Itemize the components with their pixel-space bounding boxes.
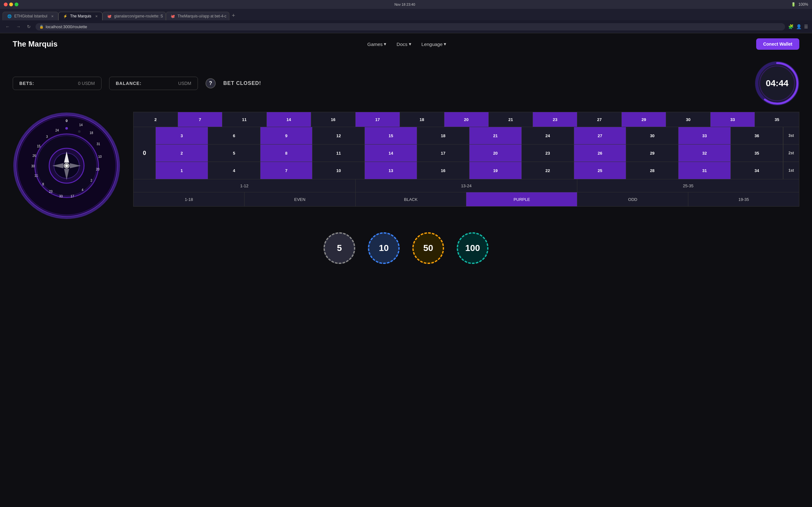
tab-marquis[interactable]: ⚡ The Marquis ✕ — [58, 12, 102, 20]
grid-cell-34[interactable]: 34 — [731, 162, 783, 179]
grid-cell-19[interactable]: 19 — [469, 162, 522, 179]
top-row-cell-14[interactable]: 14 — [267, 112, 311, 127]
grid-cell-15[interactable]: 15 — [365, 127, 417, 144]
top-row-cell-17[interactable]: 17 — [356, 112, 400, 127]
help-button[interactable]: ? — [206, 78, 216, 89]
forward-button[interactable]: → — [14, 23, 22, 30]
grid-cell-5[interactable]: 5 — [208, 145, 260, 162]
grid-cell-3[interactable]: 3 — [156, 127, 208, 144]
grid-cell-24[interactable]: 24 — [522, 127, 574, 144]
grid-cell-28[interactable]: 28 — [626, 162, 678, 179]
numbers-grid: 3691215182124273033363st 258111417202326… — [156, 127, 799, 179]
chip-100[interactable]: 100 — [457, 232, 489, 264]
balance-value: USDM — [178, 81, 191, 86]
top-row-cell-18[interactable]: 18 — [400, 112, 444, 127]
dozen-cell-2535[interactable]: 25-35 — [577, 179, 799, 192]
grid-cell-36[interactable]: 36 — [731, 127, 783, 144]
top-row-cell-16[interactable]: 16 — [311, 112, 356, 127]
grid-cell-10[interactable]: 10 — [312, 162, 365, 179]
zero-cell[interactable]: 0 — [134, 127, 156, 179]
close-traffic-light[interactable] — [4, 3, 8, 6]
grid-cell-25[interactable]: 25 — [574, 162, 626, 179]
row-label-2st: 2st — [783, 145, 799, 162]
grid-cell-16[interactable]: 16 — [417, 162, 469, 179]
outside-cell-118[interactable]: 1-18 — [134, 192, 245, 206]
maximize-traffic-light[interactable] — [14, 3, 18, 6]
top-row-cell-7[interactable]: 7 — [178, 112, 222, 127]
chip-10[interactable]: 10 — [368, 232, 400, 264]
grid-cell-31[interactable]: 31 — [678, 162, 731, 179]
top-row-cell-20[interactable]: 20 — [444, 112, 489, 127]
browser-actions: 🧩 👤 ☰ — [788, 24, 808, 29]
top-row-cell-30[interactable]: 30 — [666, 112, 711, 127]
grid-cell-18[interactable]: 18 — [417, 127, 469, 144]
tab-github2[interactable]: 🐙 TheMarquis-ui/app at bet-4-c ✕ — [166, 12, 229, 20]
grid-cell-33[interactable]: 33 — [678, 127, 731, 144]
outside-cell-purple[interactable]: PURPLE — [466, 192, 577, 206]
top-row-cell-23[interactable]: 23 — [533, 112, 577, 127]
outside-cell-black[interactable]: BLACK — [356, 192, 467, 206]
grid-cell-29[interactable]: 29 — [626, 145, 678, 162]
tab-ethglobal[interactable]: 🌐 ETHGlobal Istanbul ✕ — [3, 12, 58, 20]
tab-ethglobal-close[interactable]: ✕ — [51, 14, 54, 18]
minimize-traffic-light[interactable] — [9, 3, 13, 6]
navbar: The Marquis Games ▾ Docs ▾ Lenguage ▾ Co… — [0, 33, 812, 55]
grid-cell-26[interactable]: 26 — [574, 145, 626, 162]
grid-cell-35[interactable]: 35 — [731, 145, 783, 162]
app-logo: The Marquis — [13, 40, 57, 49]
connect-wallet-button[interactable]: Conect Wallet — [756, 38, 799, 50]
grid-cell-4[interactable]: 4 — [208, 162, 260, 179]
chips-row: 51050100 — [13, 232, 799, 264]
back-button[interactable]: ← — [4, 23, 11, 30]
tab-marquis-close[interactable]: ✕ — [95, 14, 98, 18]
top-row-cell-33[interactable]: 33 — [711, 112, 755, 127]
address-display: localhost:3000/roulette — [46, 24, 87, 29]
grid-row-1: 1471013161922252831341st — [156, 162, 799, 179]
top-row-cell-35[interactable]: 35 — [755, 112, 799, 127]
chip-5[interactable]: 5 — [323, 232, 355, 264]
chip-50[interactable]: 50 — [412, 232, 444, 264]
dozen-cell-1324[interactable]: 13-24 — [356, 179, 577, 192]
tab-github1[interactable]: 🐙 gianalarcon/game-roulette: S ✕ — [102, 12, 166, 20]
profile-icon[interactable]: 👤 — [796, 24, 802, 29]
grid-cell-23[interactable]: 23 — [522, 145, 574, 162]
outside-cell-even[interactable]: EVEN — [245, 192, 356, 206]
grid-cell-14[interactable]: 14 — [365, 145, 417, 162]
roulette-wheel: 0 14 18 31 10 20 2 4 17 33 23 8 11 30 26… — [13, 112, 120, 220]
top-row-cell-11[interactable]: 11 — [222, 112, 267, 127]
grid-cell-32[interactable]: 32 — [678, 145, 731, 162]
grid-cell-2[interactable]: 2 — [156, 145, 208, 162]
grid-cell-6[interactable]: 6 — [208, 127, 260, 144]
grid-cell-12[interactable]: 12 — [312, 127, 365, 144]
dozen-cell-112[interactable]: 1-12 — [134, 179, 356, 192]
tab-marquis-label: The Marquis — [70, 14, 91, 18]
extension-icon[interactable]: 🧩 — [788, 24, 794, 29]
top-row-cell-2[interactable]: 2 — [134, 112, 178, 127]
menu-icon[interactable]: ☰ — [804, 24, 808, 29]
top-row-cell-21[interactable]: 21 — [489, 112, 533, 127]
grid-cell-8[interactable]: 8 — [260, 145, 313, 162]
grid-cell-27[interactable]: 27 — [574, 127, 626, 144]
new-tab-button[interactable]: + — [229, 11, 238, 20]
grid-cell-1[interactable]: 1 — [156, 162, 208, 179]
refresh-button[interactable]: ↻ — [26, 23, 32, 30]
grid-cell-17[interactable]: 17 — [417, 145, 469, 162]
nav-docs[interactable]: Docs ▾ — [397, 41, 411, 47]
grid-cell-30[interactable]: 30 — [626, 127, 678, 144]
address-input-wrap[interactable]: 🔒 localhost:3000/roulette — [36, 23, 785, 31]
grid-cell-11[interactable]: 11 — [312, 145, 365, 162]
outside-cell-1935[interactable]: 19-35 — [688, 192, 799, 206]
nav-language[interactable]: Lenguage ▾ — [421, 41, 447, 47]
outside-cell-odd[interactable]: ODD — [577, 192, 688, 206]
grid-cell-21[interactable]: 21 — [469, 127, 522, 144]
tab-ethglobal-label: ETHGlobal Istanbul — [14, 14, 47, 18]
top-row-cell-27[interactable]: 27 — [577, 112, 622, 127]
grid-cell-13[interactable]: 13 — [365, 162, 417, 179]
battery-percent: 100% — [798, 2, 808, 7]
grid-cell-22[interactable]: 22 — [522, 162, 574, 179]
grid-cell-20[interactable]: 20 — [469, 145, 522, 162]
grid-cell-7[interactable]: 7 — [260, 162, 313, 179]
nav-games[interactable]: Games ▾ — [367, 41, 386, 47]
grid-cell-9[interactable]: 9 — [260, 127, 313, 144]
top-row-cell-29[interactable]: 29 — [622, 112, 666, 127]
